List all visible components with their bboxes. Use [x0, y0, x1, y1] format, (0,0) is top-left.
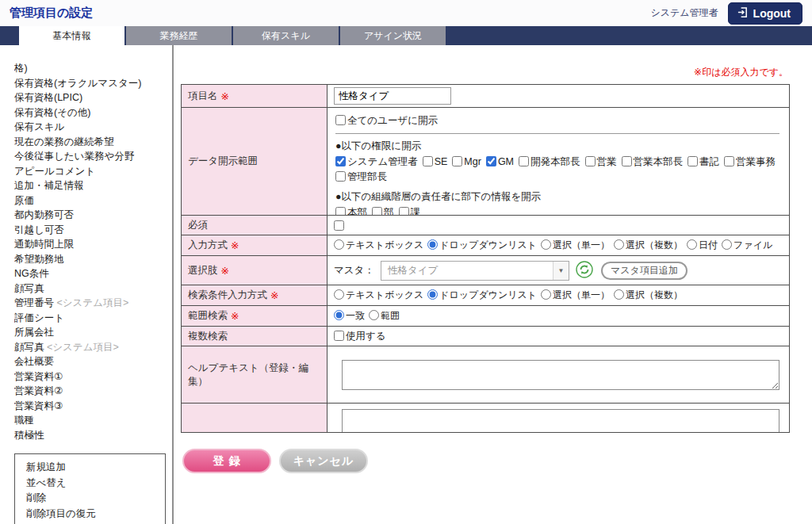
- search-method-radio[interactable]: ドロップダウンリスト: [427, 289, 537, 302]
- sidebar-item[interactable]: 評価シート: [14, 311, 172, 326]
- sidebar-item[interactable]: 職種: [14, 413, 172, 428]
- permission-checkbox[interactable]: システム管理者: [335, 156, 418, 167]
- permission-checkbox[interactable]: 管理部長: [335, 171, 387, 182]
- input-method-radio[interactable]: 選択（単一）: [541, 239, 610, 252]
- tab-basic-info[interactable]: 基本情報: [19, 26, 124, 45]
- required-mark: ※: [221, 90, 229, 102]
- help-text-textarea[interactable]: [342, 360, 779, 390]
- required-checkbox[interactable]: [334, 220, 344, 231]
- sidebar-item[interactable]: 会社概要: [14, 354, 172, 369]
- permission-checkbox[interactable]: 営業: [585, 156, 617, 167]
- permission-checkbox[interactable]: GM: [486, 156, 514, 167]
- sidebar-item[interactable]: 今後従事したい業務や分野: [14, 149, 172, 164]
- help-text-value-cell: [327, 346, 789, 403]
- sidebar-item[interactable]: アピールコメント: [14, 164, 172, 179]
- field-label: 複数検索: [188, 330, 228, 343]
- range-search-label-cell: 範囲検索※: [182, 306, 327, 326]
- disclosure-value-cell: 全てのユーザに開示 ●以下の権限に開示 システム管理者SEMgrGM開発本部長営…: [327, 108, 789, 215]
- permission-checkbox[interactable]: Mgr: [452, 156, 481, 167]
- add-master-item-button[interactable]: マスタ項目追加: [601, 262, 688, 280]
- refresh-button[interactable]: [576, 261, 595, 280]
- restore-deleted-action[interactable]: 削除項目の復元: [26, 507, 165, 522]
- range-search-radio[interactable]: 範囲: [369, 309, 400, 323]
- main-panel: ※印は必須入力です。 項目名※ データ開示範囲 全てのユーザに開示 ●以下の権限…: [174, 45, 812, 524]
- sidebar-item[interactable]: 原価: [14, 193, 172, 208]
- input-method-radio[interactable]: 日付: [687, 239, 718, 252]
- sidebar-item[interactable]: 引越し可否: [14, 223, 172, 238]
- sidebar-item[interactable]: 積極性: [14, 428, 172, 443]
- tab-assign-status[interactable]: アサイン状況: [340, 26, 446, 45]
- sidebar-item[interactable]: 追加・補足情報: [14, 178, 172, 193]
- sidebar-item[interactable]: 保有資格(LPIC): [14, 90, 172, 105]
- cancel-button[interactable]: キャンセル: [279, 449, 368, 473]
- secondary-textarea[interactable]: [342, 409, 779, 433]
- multi-search-checkbox[interactable]: 使用する: [334, 330, 386, 343]
- required-mark: ※: [221, 265, 229, 277]
- sidebar-item[interactable]: 保有資格(オラクルマスター): [14, 76, 172, 91]
- sidebar-item[interactable]: 顔写真 <システム項目>: [14, 340, 172, 355]
- sidebar-item[interactable]: 保有スキル: [14, 120, 172, 135]
- logout-icon: [737, 6, 749, 21]
- sidebar-item[interactable]: 顔写真: [14, 281, 172, 296]
- sidebar-item[interactable]: 通勤時間上限: [14, 237, 172, 252]
- help-text-label-cell: ヘルプテキスト（登録・編集）: [182, 346, 327, 403]
- page: 管理項目の設定 システム管理者 Logout 基本情報 業務経歴 保有スキル ア…: [0, 0, 812, 524]
- org-level-checkbox[interactable]: 本部: [335, 207, 367, 215]
- search-method-radio[interactable]: 選択（単一）: [541, 289, 610, 302]
- sidebar-item[interactable]: 営業資料①: [14, 369, 172, 384]
- tab-work-history[interactable]: 業務経歴: [126, 26, 232, 45]
- permission-checkbox[interactable]: SE: [423, 156, 448, 167]
- add-new-item-action[interactable]: 新規追加: [26, 460, 165, 476]
- refresh-icon: [576, 261, 593, 281]
- sidebar-item[interactable]: NG条件: [14, 266, 172, 281]
- required-note: ※印は必須入力です。: [181, 66, 788, 79]
- permission-checkbox[interactable]: 営業本部長: [622, 156, 684, 167]
- range-search-radio[interactable]: 一致: [334, 309, 365, 323]
- field-label: データ開示範囲: [188, 155, 258, 168]
- reorder-action[interactable]: 並べ替え: [26, 476, 165, 491]
- all-users-checkbox[interactable]: 全てのユーザに開示: [335, 115, 438, 126]
- search-method-radio[interactable]: テキストボックス: [334, 289, 423, 302]
- sidebar-item[interactable]: 現在の業務の継続希望: [14, 135, 172, 150]
- input-method-radio[interactable]: 選択（複数）: [614, 239, 683, 252]
- org-heading: ●以下の組織階層の責任者に部下の情報を開示: [335, 190, 781, 204]
- item-name-input[interactable]: [334, 87, 451, 105]
- search-method-radio[interactable]: 選択（複数）: [614, 289, 683, 302]
- sidebar-item[interactable]: 営業資料②: [14, 384, 172, 399]
- logout-label: Logout: [753, 7, 791, 20]
- delete-action[interactable]: 削除: [26, 491, 165, 507]
- field-label: 必須: [188, 219, 208, 232]
- range-search-value-cell: 一致 範囲: [327, 306, 789, 326]
- sidebar-item[interactable]: 希望勤務地: [14, 252, 172, 267]
- master-select-value: 性格タイプ: [381, 264, 553, 277]
- permission-checkbox[interactable]: 書記: [688, 156, 719, 167]
- master-label: マスタ：: [334, 264, 374, 277]
- org-level-checkbox[interactable]: 課: [399, 207, 421, 215]
- search-method-label-cell: 検索条件入力方式※: [182, 285, 327, 305]
- sidebar-item[interactable]: 営業資料③: [14, 399, 172, 414]
- form-row-input-method: 入力方式※ テキストボックス ドロップダウンリスト 選択（単一） 選択（複数） …: [182, 235, 789, 256]
- org-level-checkbox[interactable]: 部: [372, 207, 394, 215]
- sidebar-item[interactable]: 管理番号 <システム項目>: [14, 296, 172, 311]
- item-name-label-cell: 項目名※: [182, 85, 327, 107]
- chevron-down-icon: ▼: [553, 262, 569, 280]
- sidebar-item[interactable]: 所属会社: [14, 325, 172, 340]
- sidebar-item[interactable]: 格): [14, 61, 172, 76]
- sidebar-item[interactable]: 都内勤務可否: [14, 208, 172, 223]
- form-row-item-name: 項目名※: [182, 85, 789, 108]
- clipped-label-cell: [182, 404, 327, 433]
- master-select[interactable]: 性格タイプ ▼: [381, 261, 569, 281]
- permission-checkbox[interactable]: 開発本部長: [519, 156, 580, 167]
- input-method-radio[interactable]: ファイル: [722, 239, 772, 252]
- tab-skills[interactable]: 保有スキル: [233, 26, 339, 45]
- input-method-radio[interactable]: テキストボックス: [334, 239, 423, 252]
- logout-button[interactable]: Logout: [728, 2, 802, 25]
- permission-checkbox[interactable]: 営業事務: [724, 156, 776, 167]
- submit-button[interactable]: 登 録: [182, 449, 271, 473]
- field-label: 選択肢: [188, 264, 218, 277]
- input-method-radio[interactable]: ドロップダウンリスト: [427, 239, 537, 252]
- all-users-checkbox-input[interactable]: [335, 115, 346, 125]
- field-label: ヘルプテキスト（登録・編集）: [188, 361, 320, 388]
- sidebar-item[interactable]: 保有資格(その他): [14, 105, 172, 120]
- page-title: 管理項目の設定: [10, 6, 93, 21]
